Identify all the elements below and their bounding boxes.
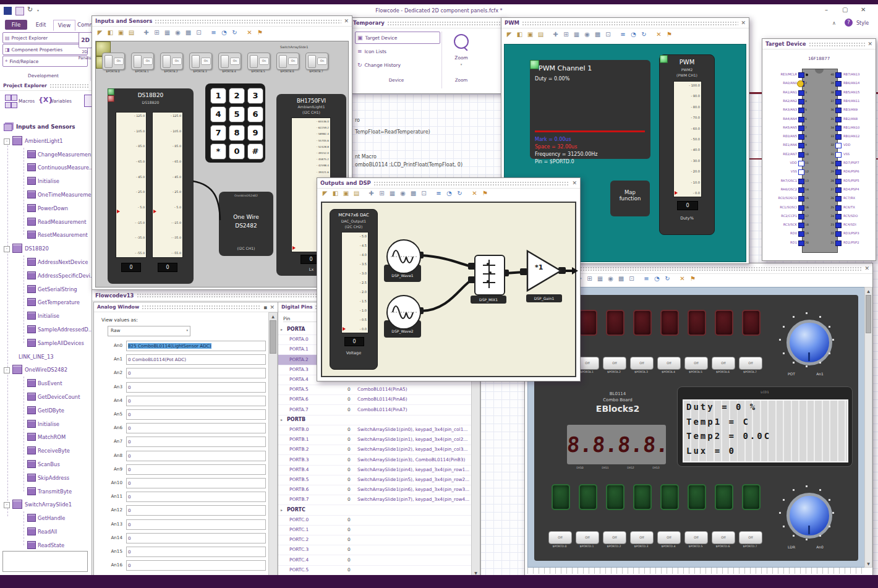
digital-pin-row-portb.4[interactable]: PORTB.40SwitchArraySlide1(pin4), keypad_… <box>278 465 471 475</box>
tree-item-onewireds2482[interactable]: -OneWireDS2482 <box>0 364 92 375</box>
input-switch-5[interactable]: On <box>247 53 270 70</box>
pin-square-left[interactable] <box>798 196 804 202</box>
toolbar-icon-7[interactable]: ◉ <box>583 30 591 38</box>
toolbar-icon-13[interactable]: ✕ <box>655 30 663 38</box>
toolbar-icon-4[interactable]: ✚ <box>552 30 560 38</box>
analog-value-field-an0[interactable]: 825 ComboBL0114(LightSensor ADC) <box>126 341 266 351</box>
toolbar-icon-13[interactable]: ✕ <box>678 275 686 283</box>
tree-item-sampleaddressedd-[interactable]: SampleAddressedD... <box>0 324 92 335</box>
board-switch--portd-4[interactable]: Off <box>657 531 681 544</box>
pin-square-left[interactable] <box>798 152 804 158</box>
board-switch--portd-1[interactable]: Off <box>576 531 599 544</box>
keypad-key-0[interactable]: 0 <box>229 143 245 160</box>
analog-scrollbar[interactable]: ▲ <box>268 312 278 577</box>
toolbar-icon-11[interactable]: ◔ <box>653 275 661 283</box>
tree-item-gettemperature[interactable]: GetTemperature <box>0 297 92 308</box>
style-menu[interactable]: Style <box>856 20 869 26</box>
pin-square-right[interactable] <box>835 231 842 237</box>
tree-item-matchrom[interactable]: MatchROM <box>0 432 92 443</box>
board-switch--portd-5[interactable]: Off <box>684 531 708 544</box>
digital-pin-row-porta.7[interactable]: PORTA.70ComboBL0114(PinA7) <box>278 405 471 415</box>
tree-item-addressnextdevice[interactable]: AddressNextDevice <box>0 257 92 268</box>
temporary-titlebar[interactable]: Temporary <box>350 18 503 28</box>
toolbar-icon-5[interactable]: ⊞ <box>586 275 594 283</box>
keypad-key-7[interactable]: 7 <box>210 125 226 141</box>
tree-item-ds18b20[interactable]: -DS18B20 <box>0 243 92 254</box>
digital-pin-row-portb.2[interactable]: PORTB.20SwitchArraySlide1(pin2), keypad_… <box>278 445 471 455</box>
analog-value-field-an11[interactable]: 0 <box>126 492 266 502</box>
switch-knob[interactable] <box>308 55 316 68</box>
pin-square-right[interactable] <box>835 214 842 219</box>
switch-knob[interactable] <box>192 55 200 68</box>
close-icon[interactable]: ✕ <box>270 304 275 310</box>
toolbar-icon-6[interactable]: ▦ <box>163 28 171 36</box>
tree-item-changemeasuremen-[interactable]: ChangeMeasuremen... <box>0 149 92 160</box>
digital-port-header-portc[interactable]: ▸PORTC <box>278 505 471 516</box>
toolbar-icon-1[interactable]: ◧ <box>516 30 524 38</box>
toolbar-icon-11[interactable]: ◔ <box>629 30 637 38</box>
toolbar-icon-2[interactable]: ▣ <box>117 28 125 36</box>
digital-pin-row-portb.5[interactable]: PORTB.50SwitchArraySlide1(pin5), keypad_… <box>278 475 471 485</box>
tree-item-ambientlight1[interactable]: -AmbientLight1 <box>0 135 92 147</box>
toolbar-icon-9[interactable]: ⊡ <box>628 275 636 283</box>
analog-titlebar[interactable]: Analog Window ▪ ✕ <box>94 302 278 312</box>
board-switch--portd-2[interactable]: Off <box>603 531 626 544</box>
toolbar-icon-5[interactable]: ⊞ <box>378 189 386 197</box>
quick-access-caret-icon[interactable]: ▾ <box>37 8 39 12</box>
switch-knob[interactable] <box>279 55 287 68</box>
analog-value-field-an16[interactable]: 0 <box>126 560 266 571</box>
keypad-key-4[interactable]: 4 <box>210 106 226 122</box>
toolbar-icon-5[interactable]: ⊞ <box>562 30 570 38</box>
board-switch--porta-5[interactable]: Off <box>684 357 708 370</box>
board-switch--porta-6[interactable]: Off <box>712 357 735 370</box>
analog-value-field-an8[interactable]: 0 <box>126 451 266 461</box>
tree-item-resetmeasurement[interactable]: ResetMeasurement <box>0 229 92 241</box>
board-switch--portd-3[interactable]: Off <box>630 531 654 544</box>
dsp-wave2-circle[interactable] <box>386 295 421 330</box>
board-switch--porta-4[interactable]: Off <box>657 357 681 370</box>
digital-port-header-portb[interactable]: ▸PORTB <box>278 415 471 425</box>
board-switch--porta-3[interactable]: Off <box>630 357 654 370</box>
tree-item-link-line-13[interactable]: LINK_LINE_13 <box>0 351 92 362</box>
close-icon[interactable]: ✕ <box>741 20 746 26</box>
close-icon[interactable]: ✕ <box>572 180 577 186</box>
board-vscrollbar[interactable]: ▲ ▼ <box>864 287 872 568</box>
scroll-down-icon[interactable]: ▼ <box>472 571 480 575</box>
switch-knob[interactable] <box>250 55 258 68</box>
tree-item-initialise[interactable]: Initialise <box>0 310 92 322</box>
toolbar-icon-8[interactable]: ▩ <box>594 30 602 38</box>
toolbar-icon-6[interactable]: ▦ <box>388 189 396 197</box>
toolbar-icon-10[interactable]: ≡ <box>642 275 650 283</box>
toolbar-icon-7[interactable]: ◉ <box>174 28 182 36</box>
pin-square-right[interactable] <box>835 179 842 184</box>
tree-expander-icon[interactable]: - <box>4 138 10 145</box>
panels-2d-button[interactable]: 2D <box>79 32 92 48</box>
pin-square-left[interactable] <box>798 179 804 184</box>
toolbar-icon-12[interactable]: ↻ <box>456 189 464 197</box>
pin-square-left[interactable] <box>798 99 804 104</box>
analog-value-field-an1[interactable]: 0 ComboBL0114(Pot ADC) <box>126 354 266 365</box>
toolbar-icon-10[interactable]: ≡ <box>210 28 218 36</box>
board-switch--portd-7[interactable]: Off <box>739 531 762 544</box>
outputs-titlebar[interactable]: Outputs and DSP ✕ <box>317 178 580 189</box>
toolbar-icon-0[interactable]: ◤ <box>96 28 104 36</box>
digital-pin-row-portb.6[interactable]: PORTB.60SwitchArraySlide1(pin6), keypad_… <box>278 485 471 495</box>
input-switch-0[interactable]: On <box>102 53 125 70</box>
tree-item-inputs-and-sensors[interactable]: Inputs and Sensors <box>0 122 92 133</box>
pin-square-left[interactable] <box>798 72 804 78</box>
toolbar-icon-3[interactable]: ▤ <box>537 30 545 38</box>
toolbar-icon-1[interactable]: ◧ <box>106 28 114 36</box>
tree-item-readmeasurement[interactable]: ReadMeasurement <box>0 216 92 228</box>
target-titlebar[interactable]: Target Device ✕ <box>762 39 876 49</box>
ribbon-button-project-explorer[interactable]: ▤Project Explorer <box>2 32 88 43</box>
keypad-key-8[interactable]: 8 <box>229 125 245 141</box>
pin-square-right[interactable] <box>835 108 842 113</box>
pin-square-left[interactable] <box>798 117 804 122</box>
pin-square-left[interactable] <box>798 223 804 228</box>
toolbar-icon-9[interactable]: ⊡ <box>420 189 428 197</box>
pin-square-right[interactable] <box>835 90 842 96</box>
switch-knob[interactable] <box>221 55 229 68</box>
switch-knob[interactable] <box>134 55 142 68</box>
tree-item-getdevicecount[interactable]: GetDeviceCount <box>0 391 92 403</box>
tree-item-getidbyte[interactable]: GetIDByte <box>0 405 92 416</box>
